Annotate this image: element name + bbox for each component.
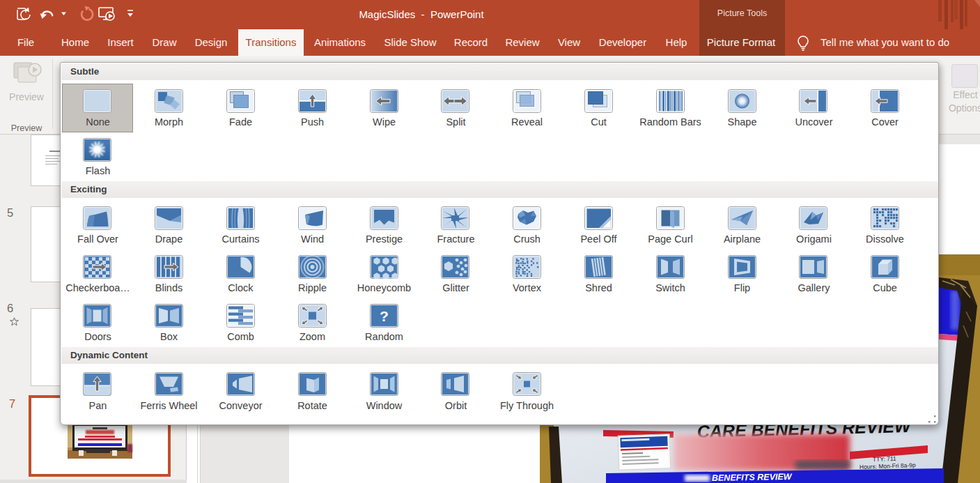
svg-text:BENEFITS REVIEW: BENEFITS REVIEW bbox=[712, 472, 793, 483]
svg-text:?: ? bbox=[380, 308, 389, 324]
svg-text:TTY: 711: TTY: 711 bbox=[873, 455, 896, 463]
